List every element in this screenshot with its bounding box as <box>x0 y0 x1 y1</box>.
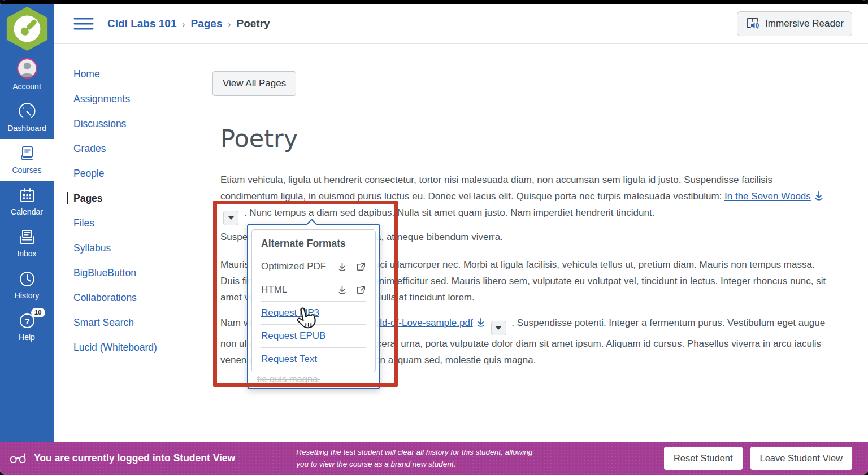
caret-down-icon <box>228 216 234 220</box>
course-nav: Home Assignments Discussions Grades Peop… <box>54 44 212 366</box>
dropdown-title: Alternate Formats <box>261 237 366 255</box>
help-question-icon: ? 10 <box>18 312 36 330</box>
sidebar-item-dashboard[interactable]: Dashboard <box>0 97 54 139</box>
caret-down-icon <box>496 326 501 330</box>
dropdown-item-label: Request EPUB <box>261 330 366 342</box>
sidebar-item-calendar[interactable]: Calendar <box>0 181 54 223</box>
dropdown-item-label: HTML <box>261 284 329 295</box>
dropdown-item-label: Optimized PDF <box>261 261 329 272</box>
top-header: Cidi Labs 101 › Pages › Poetry Immersive… <box>54 4 868 44</box>
download-icon[interactable] <box>813 190 824 202</box>
course-nav-home[interactable]: Home <box>73 68 212 80</box>
dropdown-item-html[interactable]: HTML <box>261 278 366 301</box>
global-sidebar: Account Dashboard <box>0 0 54 442</box>
app-frame: Account Dashboard <box>0 0 868 475</box>
sidebar-item-label: Account <box>12 82 41 91</box>
help-badge: 10 <box>31 308 45 317</box>
dashboard-gauge-icon <box>18 103 36 121</box>
paragraph-text: Etiam vehicula, ligula ut hendrerit cons… <box>220 175 772 202</box>
courses-book-icon <box>18 145 36 163</box>
glasses-icon <box>9 452 27 465</box>
sidebar-item-label: Help <box>19 333 35 342</box>
dropdown-item-request-text[interactable]: Request Text <box>261 347 366 371</box>
immersive-reader-button[interactable]: Immersive Reader <box>737 11 852 36</box>
course-nav-assignments[interactable]: Assignments <box>73 93 212 105</box>
immersive-reader-label: Immersive Reader <box>765 18 844 29</box>
course-nav-smart-search[interactable]: Smart Search <box>73 316 212 329</box>
history-clock-icon <box>18 270 36 288</box>
avatar-icon <box>16 58 38 79</box>
screen-top-edge <box>0 0 868 4</box>
download-icon[interactable] <box>475 317 487 328</box>
in-the-seven-woods-link[interactable]: In the Seven Woods <box>724 191 811 202</box>
reset-student-button[interactable]: Reset Student <box>664 447 743 470</box>
description-line-2: you to view the course as a brand new st… <box>296 460 455 468</box>
breadcrumb-course-link[interactable]: Cidi Labs 101 <box>107 18 177 30</box>
pdf-alternate-formats-button[interactable] <box>491 321 506 335</box>
dropdown-panel: Alternate Formats Optimized PDF HTML Req… <box>251 229 376 372</box>
course-nav-collaborations[interactable]: Collaborations <box>73 291 212 304</box>
sidebar-item-label: History <box>15 291 40 300</box>
description-line-1: Resetting the test student will clear al… <box>296 448 532 456</box>
export-icon[interactable] <box>355 285 366 295</box>
sidebar-item-history[interactable]: History <box>0 264 54 306</box>
cidi-labs-logo[interactable] <box>4 6 50 52</box>
page-title: Poetry <box>220 124 868 152</box>
obscured-paragraph-text: tie quis magna. <box>257 374 376 385</box>
breadcrumb-pages-link[interactable]: Pages <box>191 18 223 30</box>
sidebar-item-courses[interactable]: Courses <box>0 139 54 181</box>
breadcrumb-separator: › <box>183 19 185 29</box>
dropdown-item-request-mp3[interactable]: Request MP3 <box>261 301 366 324</box>
export-icon[interactable] <box>355 262 366 272</box>
course-nav-people[interactable]: People <box>73 167 212 180</box>
breadcrumb: Cidi Labs 101 › Pages › Poetry <box>107 18 270 30</box>
sidebar-item-label: Inbox <box>17 249 36 258</box>
sidebar-item-help[interactable]: ? 10 Help <box>0 306 54 348</box>
svg-text:?: ? <box>24 316 29 326</box>
sidebar-item-label: Dashboard <box>7 124 46 133</box>
page-content: View All Pages Poetry Etiam vehicula, li… <box>212 44 868 442</box>
dropdown-item-label: Request Text <box>261 354 366 365</box>
view-all-pages-button[interactable]: View All Pages <box>212 71 296 96</box>
sidebar-item-inbox[interactable]: Inbox <box>0 223 54 264</box>
course-nav-discussions[interactable]: Discussions <box>73 117 212 130</box>
course-nav-pages[interactable]: Pages <box>67 192 212 204</box>
breadcrumb-separator: › <box>228 19 231 29</box>
dropdown-item-request-epub[interactable]: Request EPUB <box>261 324 366 347</box>
calendar-icon <box>18 186 36 204</box>
course-nav-syllabus[interactable]: Syllabus <box>73 242 212 254</box>
dropdown-item-optimized-pdf[interactable]: Optimized PDF <box>261 255 366 278</box>
student-view-bar: You are currently logged into Student Vi… <box>0 442 868 475</box>
course-nav-lucid-whiteboard[interactable]: Lucid (Whiteboard) <box>73 341 212 354</box>
paragraph-text: . Nunc tempus a diam sed dapibus. Nulla … <box>241 207 654 218</box>
dropdown-item-label: Request MP3 <box>261 307 366 319</box>
download-icon[interactable] <box>337 262 348 272</box>
student-view-description: Resetting the test student will clear al… <box>296 447 656 470</box>
sidebar-item-label: Calendar <box>11 207 43 216</box>
download-icon[interactable] <box>337 285 348 295</box>
hamburger-icon <box>73 16 94 31</box>
leave-student-view-button[interactable]: Leave Student View <box>750 447 852 470</box>
course-nav-files[interactable]: Files <box>73 217 212 229</box>
sidebar-item-account[interactable]: Account <box>0 52 54 97</box>
alternate-formats-dropdown: Alternate Formats Optimized PDF HTML Req… <box>247 224 380 389</box>
alternate-formats-dropdown-button[interactable] <box>223 211 238 225</box>
breadcrumb-current-page: Poetry <box>236 18 270 30</box>
sidebar-item-label: Courses <box>12 165 41 175</box>
student-view-message: You are currently logged into Student Vi… <box>34 452 235 464</box>
inbox-icon <box>18 228 36 246</box>
course-nav-grades[interactable]: Grades <box>73 142 212 155</box>
paragraph-1: Etiam vehicula, ligula ut hendrerit cons… <box>220 172 828 225</box>
hamburger-menu-button[interactable] <box>73 16 94 31</box>
immersive-reader-icon <box>745 17 760 30</box>
course-nav-bigbluebutton[interactable]: BigBlueButton <box>73 267 212 279</box>
